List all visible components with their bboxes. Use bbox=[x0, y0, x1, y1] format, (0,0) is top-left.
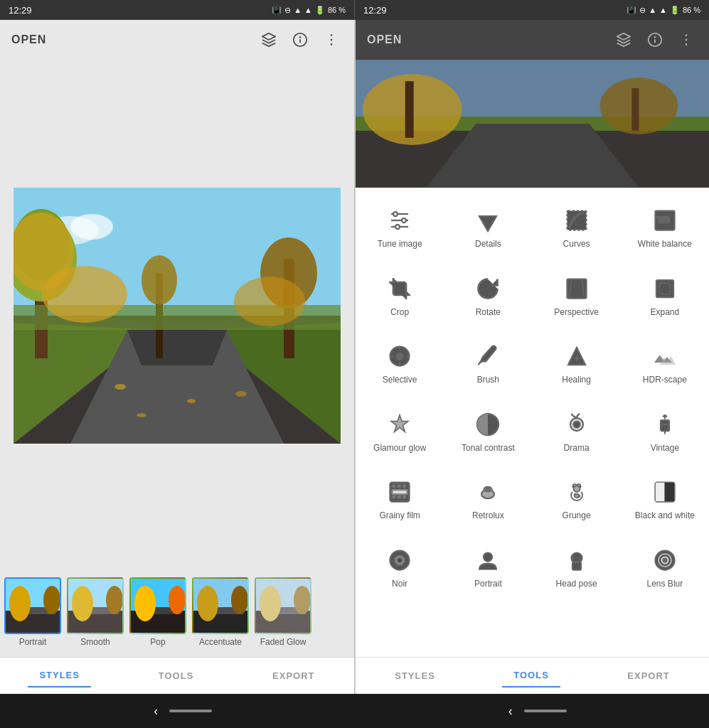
tool-lens-blur[interactable]: Lens Blur bbox=[626, 539, 704, 596]
layers-btn-left[interactable] bbox=[257, 28, 280, 51]
tab-tools-right[interactable]: TOOLS bbox=[502, 664, 560, 687]
tab-export-left[interactable]: EXPORT bbox=[261, 665, 326, 687]
app-bar-left-section: OPEN bbox=[11, 33, 46, 46]
vibrate-icon: 📳 bbox=[272, 6, 282, 15]
style-portrait[interactable]: Portrait bbox=[3, 577, 63, 647]
tab-export-right[interactable]: EXPORT bbox=[616, 665, 681, 687]
tune-image-icon bbox=[384, 205, 415, 236]
tool-details[interactable]: Details bbox=[449, 199, 527, 256]
tool-rotate[interactable]: Rotate bbox=[449, 267, 527, 324]
park-scene-svg bbox=[14, 188, 341, 444]
svg-rect-93 bbox=[661, 420, 669, 431]
portrait-icon bbox=[472, 545, 503, 576]
wifi-icon: ▲ bbox=[294, 6, 302, 14]
main-photo bbox=[14, 188, 341, 444]
tool-hdr-scape[interactable]: HDR-scape bbox=[626, 335, 704, 392]
tool-crop[interactable]: Crop bbox=[361, 267, 439, 324]
perspective-icon bbox=[561, 273, 592, 304]
svg-point-8 bbox=[70, 214, 113, 240]
svg-rect-101 bbox=[403, 496, 407, 499]
noir-icon bbox=[384, 545, 415, 576]
style-pop[interactable]: Pop bbox=[128, 577, 188, 647]
tool-curves[interactable]: Curves bbox=[538, 199, 616, 256]
tool-expand[interactable]: Expand bbox=[626, 267, 704, 324]
head-pose-label: Head pose bbox=[556, 579, 597, 590]
tool-selective[interactable]: Selective bbox=[361, 335, 439, 392]
back-btn-left[interactable]: ‹ bbox=[142, 698, 169, 724]
app-bar-left: OPEN bbox=[0, 20, 354, 60]
tab-styles-left[interactable]: STYLES bbox=[28, 664, 91, 687]
style-label-pop: Pop bbox=[150, 637, 165, 647]
tool-head-pose[interactable]: Head pose bbox=[538, 539, 616, 596]
tonal-contrast-label: Tonal contrast bbox=[462, 443, 515, 454]
panel-right: OPEN bbox=[355, 20, 709, 694]
svg-point-113 bbox=[484, 552, 492, 561]
curves-label: Curves bbox=[563, 239, 590, 250]
vintage-icon bbox=[649, 409, 681, 440]
tools-row-6: Noir Portrait bbox=[356, 533, 709, 601]
lens-blur-icon bbox=[649, 545, 681, 576]
style-label-smooth: Smooth bbox=[80, 637, 110, 647]
app-bar-actions-left bbox=[257, 28, 343, 51]
svg-point-32 bbox=[9, 586, 31, 621]
time-right: 12:29 bbox=[363, 5, 387, 16]
status-icons-left: 📳 ⊖ ▲ ▲ 🔋 86 % bbox=[272, 6, 346, 15]
tool-retrolux[interactable]: Retrolux bbox=[449, 471, 527, 528]
brush-label: Brush bbox=[477, 375, 499, 386]
selective-label: Selective bbox=[383, 375, 417, 386]
svg-rect-96 bbox=[393, 485, 396, 488]
tab-styles-right[interactable]: STYLES bbox=[383, 665, 447, 687]
info-btn-right[interactable] bbox=[644, 28, 666, 51]
time-left: 12:29 bbox=[9, 5, 32, 16]
style-accentuate[interactable]: Accentuate bbox=[191, 577, 250, 647]
style-label-faded: Faded Glow bbox=[260, 637, 306, 647]
tool-portrait-right[interactable]: Portrait bbox=[449, 539, 527, 596]
tool-white-balance[interactable]: WB White balance bbox=[626, 199, 704, 256]
tool-drama[interactable]: Drama bbox=[538, 403, 616, 460]
vibrate-icon-r: 📳 bbox=[627, 6, 636, 15]
noir-label: Noir bbox=[392, 579, 407, 590]
svg-marker-25 bbox=[127, 330, 227, 365]
style-faded-glow[interactable]: Faded Glow bbox=[253, 577, 313, 647]
svg-point-21 bbox=[114, 384, 126, 390]
dnd-icon-r: ⊖ bbox=[639, 6, 646, 15]
svg-rect-115 bbox=[572, 562, 581, 570]
more-btn-right[interactable] bbox=[675, 28, 698, 51]
home-indicator-right[interactable] bbox=[524, 710, 567, 712]
style-thumb-svg-pop bbox=[131, 579, 186, 634]
layers-btn-right[interactable] bbox=[612, 28, 635, 51]
tool-grunge[interactable]: Grunge bbox=[538, 471, 616, 528]
tool-vintage[interactable]: Vintage bbox=[626, 403, 704, 460]
home-indicator-left[interactable] bbox=[169, 710, 212, 712]
style-thumb-accentuate bbox=[192, 577, 249, 634]
tool-perspective[interactable]: Perspective bbox=[538, 267, 616, 324]
tool-tonal-contrast[interactable]: Tonal contrast bbox=[449, 403, 527, 460]
svg-point-82 bbox=[397, 353, 403, 360]
svg-point-23 bbox=[137, 413, 146, 417]
signal-icon-r: ▲ bbox=[659, 6, 667, 14]
tool-healing[interactable]: Healing bbox=[538, 335, 616, 392]
hdr-scape-icon bbox=[649, 341, 681, 372]
more-btn-left[interactable] bbox=[320, 28, 343, 51]
drama-icon bbox=[561, 409, 592, 440]
svg-point-104 bbox=[486, 488, 490, 492]
styles-strip: Portrait Smooth bbox=[0, 572, 354, 657]
curves-icon bbox=[561, 205, 592, 236]
tool-grainy-film[interactable]: Grainy film bbox=[361, 471, 439, 528]
info-btn-left[interactable] bbox=[289, 28, 311, 51]
style-smooth[interactable]: Smooth bbox=[65, 577, 125, 647]
tab-tools-left[interactable]: TOOLS bbox=[147, 665, 206, 687]
perspective-label: Perspective bbox=[554, 307, 599, 318]
battery-pct-left: 86 % bbox=[328, 6, 346, 14]
tool-tune-image[interactable]: Tune image bbox=[361, 199, 439, 256]
panel-left: OPEN bbox=[0, 20, 354, 694]
retrolux-icon bbox=[472, 476, 503, 508]
tool-glamour-glow[interactable]: Glamour glow bbox=[361, 403, 439, 460]
svg-point-42 bbox=[134, 586, 156, 621]
style-thumb-faded bbox=[255, 577, 311, 634]
rotate-label: Rotate bbox=[476, 307, 501, 318]
tool-brush[interactable]: Brush bbox=[449, 335, 527, 392]
tool-noir[interactable]: Noir bbox=[361, 539, 439, 596]
tool-black-white[interactable]: Black and white bbox=[626, 471, 704, 528]
back-btn-right[interactable]: ‹ bbox=[497, 698, 524, 724]
